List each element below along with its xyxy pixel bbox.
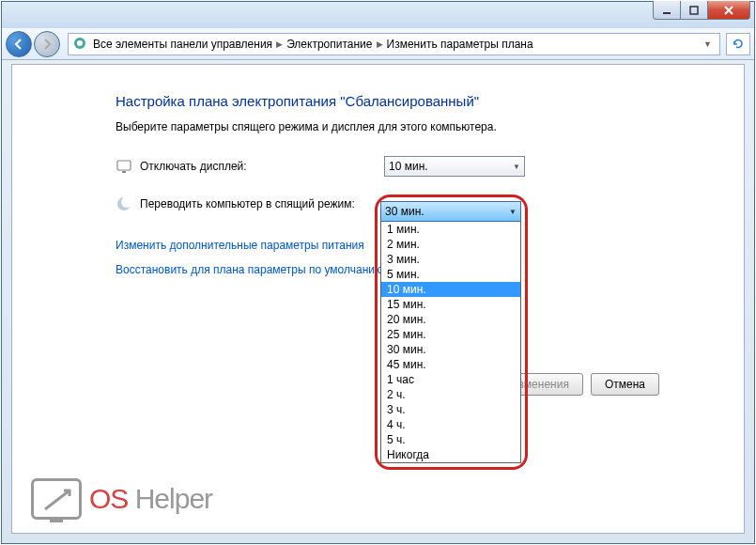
dropdown-option[interactable]: 20 мин. — [381, 312, 520, 327]
chevron-right-icon: ▶ — [377, 39, 383, 49]
chevron-down-icon[interactable]: ▼ — [700, 39, 716, 49]
breadcrumb-bar[interactable]: Все элементы панели управления ▶ Электро… — [68, 33, 720, 55]
breadcrumb-root[interactable]: Все элементы панели управления — [93, 38, 272, 51]
display-off-combo[interactable]: 10 мин. ▼ — [384, 156, 525, 177]
forward-button[interactable] — [34, 31, 60, 57]
chevron-right-icon: ▶ — [276, 39, 283, 49]
dropdown-option[interactable]: 45 мин. — [381, 357, 520, 372]
chevron-down-icon: ▼ — [513, 163, 520, 171]
window-controls — [654, 1, 750, 20]
dropdown-option[interactable]: 4 ч. — [381, 417, 520, 432]
breadcrumb-mid[interactable]: Электропитание — [286, 38, 372, 51]
svg-rect-0 — [663, 12, 671, 14]
svg-point-7 — [121, 196, 132, 208]
dropdown-option[interactable]: 30 мин. — [381, 342, 520, 357]
close-button[interactable] — [707, 1, 750, 20]
dropdown-option[interactable]: 1 час — [381, 372, 520, 387]
dropdown-option[interactable]: 1 мин. — [381, 222, 520, 237]
svg-rect-1 — [690, 7, 698, 14]
cancel-button[interactable]: Отмена — [591, 373, 659, 396]
dropdown-option[interactable]: Никогда — [381, 447, 520, 462]
dropdown-option[interactable]: 15 мин. — [381, 297, 520, 312]
display-off-row: Отключать дисплей: 10 мин. ▼ — [116, 156, 659, 177]
dropdown-option[interactable]: 25 мин. — [381, 327, 520, 342]
svg-point-3 — [77, 40, 83, 46]
monitor-icon — [116, 158, 132, 175]
page-title: Настройка плана электропитания "Сбаланси… — [116, 93, 659, 109]
display-off-value: 10 мин. — [389, 160, 428, 173]
sleep-dropdown-list[interactable]: 1 мин.2 мин.3 мин.5 мин.10 мин.15 мин.20… — [380, 221, 521, 463]
window: Все элементы панели управления ▶ Электро… — [1, 1, 755, 544]
dropdown-option[interactable]: 3 мин. — [381, 252, 520, 267]
breadcrumb-leaf[interactable]: Изменить параметры плана — [387, 38, 533, 51]
restore-defaults-link[interactable]: Восстановить для плана параметры по умол… — [116, 263, 383, 276]
dropdown-option[interactable]: 5 мин. — [381, 267, 520, 282]
monitor-logo-icon — [31, 478, 82, 520]
refresh-button[interactable] — [726, 33, 750, 55]
highlight-annotation: 30 мин. ▼ 1 мин.2 мин.3 мин.5 мин.10 мин… — [375, 195, 528, 470]
svg-rect-5 — [122, 171, 126, 173]
maximize-button[interactable] — [680, 1, 708, 20]
power-icon — [72, 36, 89, 53]
sleep-combo-value: 30 мин. — [385, 205, 424, 218]
advanced-settings-link[interactable]: Изменить дополнительные параметры питани… — [116, 239, 364, 252]
moon-icon — [116, 195, 132, 212]
watermark: OS Helper — [31, 478, 212, 520]
watermark-text: OS Helper — [89, 483, 212, 515]
sleep-combo-open[interactable]: 30 мин. ▼ — [380, 201, 521, 222]
dropdown-option[interactable]: 3 ч. — [381, 402, 520, 417]
svg-rect-4 — [117, 161, 131, 170]
navigation-bar: Все элементы панели управления ▶ Электро… — [2, 28, 754, 60]
dropdown-option[interactable]: 2 ч. — [381, 387, 520, 402]
dropdown-option[interactable]: 2 мин. — [381, 237, 520, 252]
chevron-down-icon: ▼ — [509, 208, 517, 216]
display-off-label: Отключать дисплей: — [140, 160, 384, 173]
dropdown-option[interactable]: 10 мин. — [381, 282, 520, 297]
minimize-button[interactable] — [653, 1, 681, 20]
titlebar — [2, 2, 754, 28]
sleep-label: Переводить компьютер в спящий режим: — [140, 197, 384, 210]
back-button[interactable] — [6, 31, 32, 57]
dropdown-option[interactable]: 5 ч. — [381, 432, 520, 447]
page-subtitle: Выберите параметры спящего режима и дисп… — [116, 120, 659, 133]
